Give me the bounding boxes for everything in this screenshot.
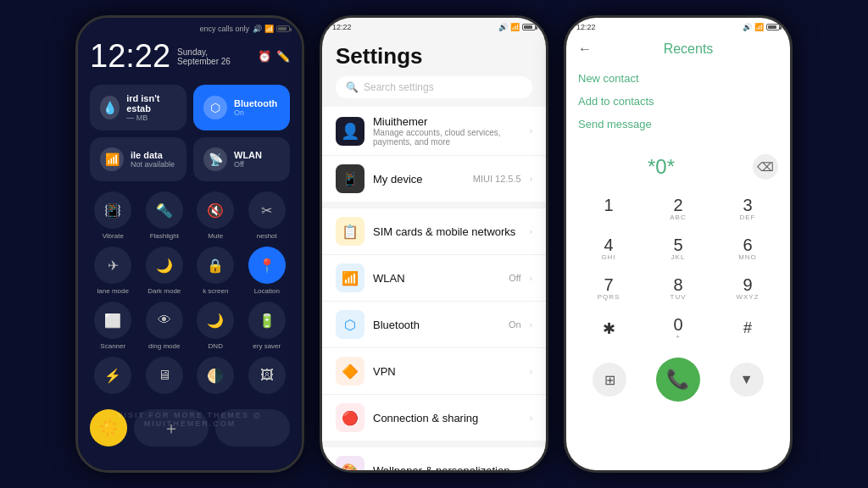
wallpaper-icon: 🎨: [336, 456, 364, 470]
brightness-btn[interactable]: ☀️: [90, 409, 127, 446]
battery-saver-btn[interactable]: 🔋 ery saver: [244, 302, 291, 350]
slider[interactable]: [215, 409, 290, 446]
bluetooth-item[interactable]: ⬡ Bluetooth On ›: [322, 302, 546, 348]
p1-icons-row4: ⚡ 🖥 🌗 🖼: [78, 353, 302, 397]
key-star[interactable]: ✱: [575, 309, 643, 347]
scanner-btn[interactable]: ⬜ Scanner: [90, 302, 136, 350]
alarm-icon: ⏰: [258, 50, 271, 63]
dnd-icon: 🌙: [197, 302, 234, 339]
screenshot-btn[interactable]: ✂ neshot: [244, 191, 291, 240]
device-icon: 📱: [336, 164, 364, 193]
recents-title: Recents: [598, 42, 778, 57]
device-value: MIUI 12.5.5: [473, 174, 521, 184]
vpn-item[interactable]: 🔶 VPN ›: [322, 348, 546, 395]
p1-status-icons: 🔊 📶: [253, 25, 290, 33]
lockscreen-icon: 🔒: [197, 247, 234, 284]
p3-header: ← Recents: [566, 36, 790, 62]
mute-btn[interactable]: 🔇 Mute: [192, 191, 239, 240]
p1-icons-row1: 📳 Vibrate 🔦 Flashlight 🔇 Mute ✂ neshot: [78, 188, 302, 243]
p1-bottom-bar: ☀️ ＋: [78, 401, 302, 455]
p3-battery: [766, 24, 780, 30]
key-8[interactable]: 8 TUV: [644, 269, 712, 308]
search-icon: 🔍: [346, 81, 359, 93]
key-5[interactable]: 5 JKL: [644, 230, 712, 268]
account-item[interactable]: 👤 Miuithemer Manage accounts, cloud serv…: [322, 107, 546, 156]
sim-item[interactable]: 📋 SIM cards & mobile networks ›: [322, 208, 546, 255]
p1-tile-mobile-data[interactable]: 📶 ile data Not available: [90, 137, 186, 181]
p1-tile-data[interactable]: 💧 ird isn't estab — MB: [90, 85, 186, 130]
key-hash[interactable]: #: [714, 309, 782, 347]
bluetooth-settings-icon: ⬡: [336, 310, 364, 339]
flashlight-icon: 🔦: [146, 191, 183, 229]
p1-icons-row3: ⬜ Scanner 👁 ding mode 🌙 DND 🔋 ery saver: [78, 298, 302, 353]
call-btn[interactable]: 📞: [656, 358, 700, 402]
key-6[interactable]: 6 MNO: [714, 230, 782, 268]
p1-status-text: ency calls only: [199, 25, 249, 33]
wlan-icon: 📡: [203, 147, 227, 171]
lockscreen-btn[interactable]: 🔒 k screen: [192, 247, 239, 295]
p3-display: *0* ⌫: [566, 141, 790, 186]
chevron-icon: ›: [530, 126, 532, 136]
new-contact-link[interactable]: New contact: [578, 67, 778, 90]
flashlight-btn[interactable]: 🔦 Flashlight: [142, 191, 188, 240]
p3-status-bar: 12:22 🔊 📶: [566, 18, 790, 36]
p2-status-icons: 🔊 📶: [498, 23, 536, 31]
conn-chevron: ›: [530, 413, 532, 423]
connection-icon: 🔴: [336, 403, 364, 432]
key-7[interactable]: 7 PQRS: [575, 269, 643, 308]
sim-icon: 📋: [336, 217, 364, 246]
key-3[interactable]: 3 DEF: [714, 190, 782, 228]
vibrate-btn[interactable]: 📳 Vibrate: [90, 191, 136, 240]
data-icon: 💧: [100, 96, 120, 119]
device-item[interactable]: 📱 My device MIUI 12.5.5 ›: [322, 156, 546, 202]
picture-btn[interactable]: 🖼: [244, 357, 291, 394]
key-0[interactable]: 0 +: [644, 309, 712, 347]
send-message-link[interactable]: Send message: [578, 113, 778, 136]
key-1[interactable]: 1: [575, 190, 643, 228]
p1-tile-bluetooth[interactable]: ⬡ Bluetooth On: [193, 85, 290, 130]
apps-btn[interactable]: ⊞: [593, 363, 626, 396]
backspace-btn[interactable]: ⌫: [753, 154, 778, 180]
p3-status-icons: 🔊 📶: [743, 23, 780, 31]
key-2[interactable]: 2 ABC: [644, 190, 712, 228]
p2-time: 12:22: [332, 23, 352, 31]
p2-status-bar: 12:22 🔊 📶: [322, 18, 546, 36]
location-btn[interactable]: 📍 Location: [244, 247, 291, 295]
airplane-btn[interactable]: ✈ lane mode: [90, 247, 136, 295]
back-btn[interactable]: ←: [578, 42, 592, 57]
p1-status-bar: ency calls only 🔊 📶: [78, 18, 302, 35]
settings-search[interactable]: 🔍 Search settings: [336, 76, 532, 98]
mobile-data-icon: 📶: [100, 147, 124, 171]
account-icon: 👤: [336, 117, 364, 146]
settings-section: 📋 SIM cards & mobile networks › 📶 WLAN O…: [322, 208, 546, 441]
p1-date: Sunday, September 26: [177, 47, 251, 66]
add-to-contacts-link[interactable]: Add to contacts: [578, 90, 778, 113]
edit-icon: ✏️: [276, 50, 290, 63]
reading-icon: 👁: [146, 302, 183, 339]
bolt-icon: ⚡: [94, 357, 131, 394]
p1-quick-tiles: 💧 ird isn't estab — MB ⬡ Bluetooth On 📶 …: [78, 78, 302, 188]
display-btn[interactable]: 🖥: [142, 357, 188, 394]
bolt-btn[interactable]: ⚡: [90, 357, 136, 394]
key-4[interactable]: 4 GHI: [575, 230, 643, 268]
darkmode-icon: 🌙: [146, 247, 183, 284]
darkmode-btn[interactable]: 🌙 Dark mode: [142, 247, 188, 295]
picture-icon: 🖼: [248, 357, 286, 394]
account-section: 👤 Miuithemer Manage accounts, cloud serv…: [322, 107, 546, 202]
p3-keypad: 1 2 ABC 3 DEF 4 GHI 5 JKL 6 MNO: [566, 186, 790, 351]
add-btn[interactable]: ＋: [134, 409, 209, 446]
dnd-btn[interactable]: 🌙 DND: [192, 302, 239, 350]
vibrate-icon: 📳: [94, 191, 131, 229]
wallpaper-item[interactable]: 🎨 Wallpaper & personalization ›: [322, 447, 546, 470]
reading-btn[interactable]: 👁 ding mode: [142, 302, 188, 350]
connection-item[interactable]: 🔴 Connection & sharing ›: [322, 395, 546, 441]
wlan-chevron: ›: [530, 274, 532, 283]
p1-tile-wlan[interactable]: 📡 WLAN Off: [193, 137, 290, 181]
personalization-section: 🎨 Wallpaper & personalization › 🔵 Always…: [322, 447, 546, 470]
wlan-item[interactable]: 📶 WLAN Off ›: [322, 255, 546, 302]
eye-btn[interactable]: 🌗: [192, 357, 239, 394]
mute-icon: 🔇: [197, 191, 234, 229]
key-9[interactable]: 9 WXYZ: [714, 269, 782, 308]
voicemail-btn[interactable]: ▼: [730, 363, 764, 396]
sim-chevron: ›: [530, 227, 532, 236]
